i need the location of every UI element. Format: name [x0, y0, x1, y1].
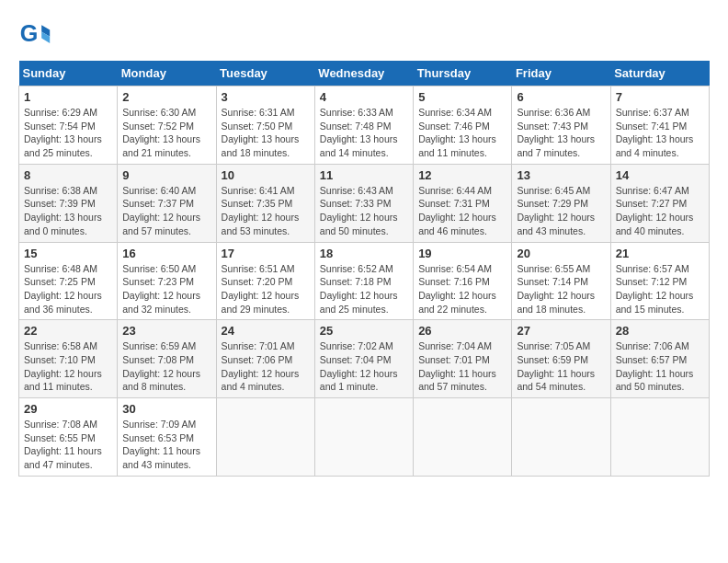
day-cell: 28Sunrise: 7:06 AMSunset: 6:57 PMDayligh…	[610, 320, 709, 398]
day-detail: Sunrise: 6:51 AMSunset: 7:20 PMDaylight:…	[222, 262, 310, 316]
day-detail: Sunrise: 6:41 AMSunset: 7:35 PMDaylight:…	[222, 184, 310, 238]
day-cell: 16Sunrise: 6:50 AMSunset: 7:23 PMDayligh…	[118, 242, 216, 320]
day-cell: 7Sunrise: 6:37 AMSunset: 7:41 PMDaylight…	[610, 86, 709, 165]
day-number: 2	[122, 90, 210, 104]
day-number: 5	[418, 90, 506, 104]
day-number: 22	[24, 324, 112, 338]
week-row-4: 22Sunrise: 6:58 AMSunset: 7:10 PMDayligh…	[19, 320, 710, 398]
day-number: 7	[616, 90, 704, 104]
page-header: G	[18, 18, 710, 52]
week-row-1: 1Sunrise: 6:29 AMSunset: 7:54 PMDaylight…	[19, 86, 710, 165]
day-cell: 4Sunrise: 6:33 AMSunset: 7:48 PMDaylight…	[314, 86, 413, 165]
day-number: 25	[320, 324, 408, 338]
col-header-wednesday: Wednesday	[314, 61, 413, 86]
day-number: 13	[517, 168, 605, 182]
day-detail: Sunrise: 6:36 AMSunset: 7:43 PMDaylight:…	[517, 106, 605, 160]
day-number: 6	[517, 90, 605, 104]
day-cell: 23Sunrise: 6:59 AMSunset: 7:08 PMDayligh…	[118, 320, 216, 398]
week-row-3: 15Sunrise: 6:48 AMSunset: 7:25 PMDayligh…	[19, 242, 710, 320]
day-number: 10	[222, 168, 310, 182]
day-cell	[414, 398, 512, 477]
day-number: 14	[616, 168, 704, 182]
day-cell: 1Sunrise: 6:29 AMSunset: 7:54 PMDaylight…	[19, 86, 118, 165]
day-detail: Sunrise: 7:06 AMSunset: 6:57 PMDaylight:…	[616, 339, 704, 394]
col-header-tuesday: Tuesday	[216, 61, 314, 86]
day-cell: 12Sunrise: 6:44 AMSunset: 7:31 PMDayligh…	[414, 164, 512, 242]
day-detail: Sunrise: 6:40 AMSunset: 7:37 PMDaylight:…	[122, 184, 210, 238]
day-cell: 18Sunrise: 6:52 AMSunset: 7:18 PMDayligh…	[314, 242, 413, 320]
day-cell: 17Sunrise: 6:51 AMSunset: 7:20 PMDayligh…	[216, 242, 314, 320]
day-cell: 26Sunrise: 7:04 AMSunset: 7:01 PMDayligh…	[414, 320, 512, 398]
day-cell	[216, 398, 314, 477]
week-row-2: 8Sunrise: 6:38 AMSunset: 7:39 PMDaylight…	[19, 164, 710, 242]
svg-text:G: G	[20, 20, 39, 46]
day-number: 23	[122, 324, 210, 338]
day-cell: 24Sunrise: 7:01 AMSunset: 7:06 PMDayligh…	[216, 320, 314, 398]
day-number: 11	[320, 168, 408, 182]
day-number: 29	[24, 402, 112, 416]
day-number: 4	[320, 90, 408, 104]
day-detail: Sunrise: 6:58 AMSunset: 7:10 PMDaylight:…	[24, 339, 112, 394]
day-cell: 30Sunrise: 7:09 AMSunset: 6:53 PMDayligh…	[118, 398, 216, 477]
day-number: 12	[418, 168, 506, 182]
day-detail: Sunrise: 6:44 AMSunset: 7:31 PMDaylight:…	[418, 184, 506, 238]
day-detail: Sunrise: 7:05 AMSunset: 6:59 PMDaylight:…	[517, 339, 605, 394]
day-cell: 9Sunrise: 6:40 AMSunset: 7:37 PMDaylight…	[118, 164, 216, 242]
day-number: 17	[222, 247, 310, 260]
day-detail: Sunrise: 6:33 AMSunset: 7:48 PMDaylight:…	[320, 106, 408, 160]
day-detail: Sunrise: 6:45 AMSunset: 7:29 PMDaylight:…	[517, 184, 605, 238]
day-cell: 11Sunrise: 6:43 AMSunset: 7:33 PMDayligh…	[314, 164, 413, 242]
day-cell: 10Sunrise: 6:41 AMSunset: 7:35 PMDayligh…	[216, 164, 314, 242]
day-detail: Sunrise: 7:02 AMSunset: 7:04 PMDaylight:…	[320, 339, 408, 394]
day-detail: Sunrise: 6:50 AMSunset: 7:23 PMDaylight:…	[122, 262, 210, 316]
day-detail: Sunrise: 6:30 AMSunset: 7:52 PMDaylight:…	[122, 106, 210, 160]
day-detail: Sunrise: 6:55 AMSunset: 7:14 PMDaylight:…	[517, 262, 605, 316]
col-header-sunday: Sunday	[19, 61, 118, 86]
day-detail: Sunrise: 6:34 AMSunset: 7:46 PMDaylight:…	[418, 106, 506, 160]
day-cell: 29Sunrise: 7:08 AMSunset: 6:55 PMDayligh…	[19, 398, 118, 477]
day-detail: Sunrise: 6:48 AMSunset: 7:25 PMDaylight:…	[24, 262, 112, 316]
day-detail: Sunrise: 7:08 AMSunset: 6:55 PMDaylight:…	[24, 418, 112, 472]
day-detail: Sunrise: 6:38 AMSunset: 7:39 PMDaylight:…	[24, 184, 112, 238]
col-header-monday: Monday	[118, 61, 216, 86]
day-number: 1	[24, 90, 112, 104]
day-cell: 19Sunrise: 6:54 AMSunset: 7:16 PMDayligh…	[414, 242, 512, 320]
day-cell	[610, 398, 709, 477]
week-row-5: 29Sunrise: 7:08 AMSunset: 6:55 PMDayligh…	[19, 398, 710, 477]
day-cell: 14Sunrise: 6:47 AMSunset: 7:27 PMDayligh…	[610, 164, 709, 242]
day-detail: Sunrise: 6:31 AMSunset: 7:50 PMDaylight:…	[222, 106, 310, 160]
logo-icon: G	[18, 18, 51, 52]
day-number: 19	[418, 247, 506, 260]
day-cell: 2Sunrise: 6:30 AMSunset: 7:52 PMDaylight…	[118, 86, 216, 165]
col-header-thursday: Thursday	[414, 61, 512, 86]
day-cell: 6Sunrise: 6:36 AMSunset: 7:43 PMDaylight…	[512, 86, 610, 165]
day-cell	[314, 398, 413, 477]
day-number: 27	[517, 324, 605, 338]
day-number: 20	[517, 247, 605, 260]
day-number: 3	[222, 90, 310, 104]
day-detail: Sunrise: 7:09 AMSunset: 6:53 PMDaylight:…	[122, 418, 210, 472]
day-detail: Sunrise: 6:59 AMSunset: 7:08 PMDaylight:…	[122, 339, 210, 394]
day-detail: Sunrise: 6:43 AMSunset: 7:33 PMDaylight:…	[320, 184, 408, 238]
day-number: 21	[616, 247, 704, 260]
day-number: 18	[320, 247, 408, 260]
logo: G	[18, 18, 57, 52]
day-cell: 22Sunrise: 6:58 AMSunset: 7:10 PMDayligh…	[19, 320, 118, 398]
calendar-table: SundayMondayTuesdayWednesdayThursdayFrid…	[18, 61, 710, 477]
day-number: 8	[24, 168, 112, 182]
day-number: 28	[616, 324, 704, 338]
day-detail: Sunrise: 6:29 AMSunset: 7:54 PMDaylight:…	[24, 106, 112, 160]
day-cell: 3Sunrise: 6:31 AMSunset: 7:50 PMDaylight…	[216, 86, 314, 165]
col-header-saturday: Saturday	[610, 61, 709, 86]
day-cell	[512, 398, 610, 477]
day-detail: Sunrise: 6:47 AMSunset: 7:27 PMDaylight:…	[616, 184, 704, 238]
day-cell: 27Sunrise: 7:05 AMSunset: 6:59 PMDayligh…	[512, 320, 610, 398]
day-number: 30	[122, 402, 210, 416]
day-cell: 25Sunrise: 7:02 AMSunset: 7:04 PMDayligh…	[314, 320, 413, 398]
day-detail: Sunrise: 6:54 AMSunset: 7:16 PMDaylight:…	[418, 262, 506, 316]
day-number: 15	[24, 247, 112, 260]
day-detail: Sunrise: 6:37 AMSunset: 7:41 PMDaylight:…	[616, 106, 704, 160]
day-number: 16	[122, 247, 210, 260]
day-cell: 15Sunrise: 6:48 AMSunset: 7:25 PMDayligh…	[19, 242, 118, 320]
col-header-friday: Friday	[512, 61, 610, 86]
